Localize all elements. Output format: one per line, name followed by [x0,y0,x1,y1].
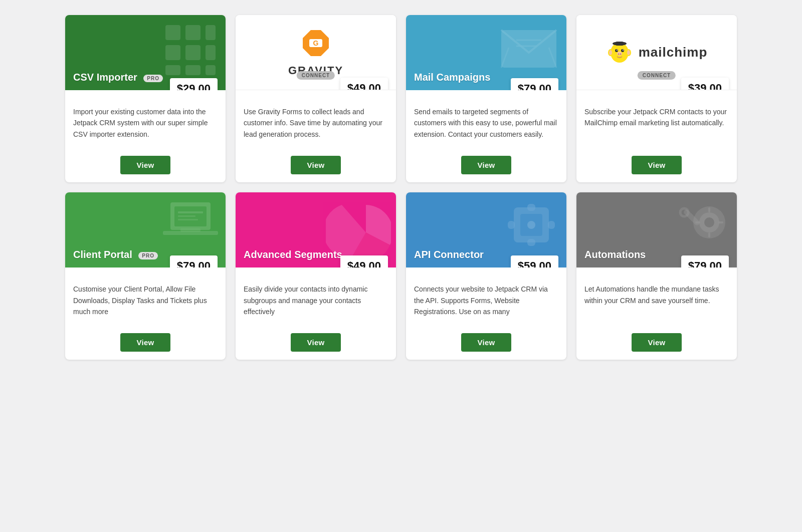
svg-rect-1 [185,25,200,40]
view-button-auto[interactable]: View [632,333,681,352]
card-title-portal: Client Portal [73,249,132,260]
card-body-gravity: Use Gravity Forms to collect leads and c… [236,90,396,148]
card-desc-api: Connects your website to Jetpack CRM via… [414,284,558,317]
svg-rect-26 [616,42,623,46]
card-badge-gravity: CONNECT [297,71,335,80]
mailchimp-label: mailchimp [639,45,708,60]
view-button-segments[interactable]: View [291,333,340,352]
view-button-csv[interactable]: View [120,156,170,174]
card-title-segments: Advanced Segments [244,249,342,260]
csv-icon [160,20,221,82]
view-button-gravity[interactable]: View [291,156,340,174]
svg-text:G: G [313,39,319,47]
card-price-segments: $49.00 [340,255,388,268]
svg-rect-42 [527,239,535,246]
card-badge-portal: PRO [138,252,158,259]
card-desc-portal: Customise your Client Portal, Allow File… [73,284,218,317]
card-body-portal: Customise your Client Portal, Allow File… [65,268,226,325]
svg-point-28 [609,50,612,55]
svg-point-18 [615,49,618,52]
automations-icon [667,197,732,254]
card-mailchimp: mailchimp CONNECT $39.00 Subscribe your … [576,15,737,182]
card-header-csv: CSV Importer PRO $29.00 [65,15,226,90]
card-footer-csv: View [65,148,226,182]
svg-point-45 [527,221,535,229]
svg-rect-7 [185,65,200,75]
card-desc-segments: Easily divide your contacts into dynamic… [244,284,388,317]
card-footer-segments: View [236,325,396,360]
card-badge-csv: PRO [143,75,163,82]
svg-rect-0 [165,25,180,40]
card-title-api: API Connector [414,249,484,260]
svg-rect-54 [718,221,723,223]
svg-rect-35 [178,211,203,213]
laptop-icon [160,197,221,249]
card-header-portal: Client Portal PRO $79.00 [65,192,226,268]
card-header-auto: Automations $79.00 [576,192,737,268]
card-title-mail: Mail Campaigns [414,72,490,83]
card-csv-importer: CSV Importer PRO $29.00 Import your exis… [65,15,226,182]
card-desc-auto: Let Automations handle the mundane tasks… [584,284,729,317]
card-body-segments: Easily divide your contacts into dynamic… [236,268,396,325]
card-body-auto: Let Automations handle the mundane tasks… [576,268,737,325]
card-body-csv: Import your existing customer data into … [65,90,226,148]
card-body-mailchimp: Subscribe your Jetpack CRM contacts to y… [576,90,737,148]
card-footer-portal: View [65,325,226,360]
card-body-api: Connects your website to Jetpack CRM via… [406,268,566,325]
card-header-mailchimp: mailchimp CONNECT $39.00 [576,15,737,90]
card-body-mail: Send emails to targeted segments of cust… [406,90,566,148]
card-header-gravity: G GRAVITY CONNECT $49.00 [236,15,396,90]
svg-rect-4 [185,45,200,60]
extensions-grid: CSV Importer PRO $29.00 Import your exis… [65,15,737,360]
card-title-csv: CSV Importer [73,72,137,83]
card-price-mail: $79.00 [511,78,558,90]
view-button-mailchimp[interactable]: View [632,156,681,174]
card-api-connector: API Connector $59.00 Connects your websi… [406,192,566,360]
card-footer-auto: View [576,325,737,360]
card-price-portal: $79.00 [170,255,218,268]
svg-rect-51 [708,207,710,212]
card-gravity: G GRAVITY CONNECT $49.00 Use Gravity For… [236,15,396,182]
view-button-mail[interactable]: View [461,156,511,174]
card-footer-api: View [406,325,566,360]
svg-rect-5 [206,45,216,60]
svg-point-23 [618,54,619,55]
card-footer-mailchimp: View [576,148,737,182]
card-footer-mail: View [406,148,566,182]
card-price-gravity: $49.00 [340,78,388,90]
envelope-icon [496,20,561,77]
svg-rect-34 [180,228,200,232]
svg-point-30 [627,50,630,55]
svg-point-48 [704,217,714,227]
svg-rect-8 [206,65,216,75]
api-icon [501,197,561,254]
svg-point-20 [617,50,618,51]
svg-rect-3 [165,45,180,60]
card-advanced-segments: Advanced Segments $49.00 Easily divide y… [236,192,396,360]
card-header-mail: Mail Campaigns $79.00 [406,15,566,90]
card-desc-gravity: Use Gravity Forms to collect leads and c… [244,106,388,140]
card-price-csv: $29.00 [170,78,218,90]
card-title-auto: Automations [584,249,646,260]
card-price-auto: $79.00 [681,255,729,268]
svg-rect-2 [206,25,216,40]
card-mail-campaigns: Mail Campaigns $79.00 Send emails to tar… [406,15,566,182]
card-badge-mailchimp: CONNECT [638,71,676,80]
svg-rect-43 [508,221,515,229]
svg-point-21 [623,50,624,51]
svg-rect-41 [527,204,535,211]
card-header-segments: Advanced Segments $49.00 [236,192,396,268]
svg-rect-6 [165,65,180,75]
view-button-portal[interactable]: View [120,333,170,352]
svg-point-24 [620,54,621,55]
card-price-mailchimp: $39.00 [681,78,729,90]
svg-rect-52 [708,232,710,237]
svg-rect-37 [178,219,198,220]
svg-rect-36 [178,215,195,217]
card-desc-csv: Import your existing customer data into … [73,106,218,140]
card-client-portal: Client Portal PRO $79.00 Customise your … [65,192,226,360]
card-footer-gravity: View [236,148,396,182]
svg-point-19 [621,49,624,52]
view-button-api[interactable]: View [461,333,511,352]
card-desc-mailchimp: Subscribe your Jetpack CRM contacts to y… [584,106,729,140]
